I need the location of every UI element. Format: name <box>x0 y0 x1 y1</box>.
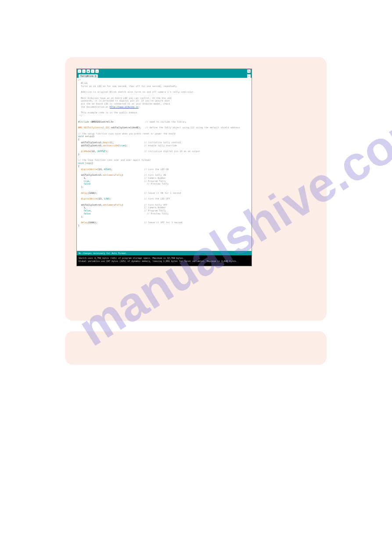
code-func: setup <box>84 135 92 138</box>
code-text: { <box>78 165 79 167</box>
code-text: (13, <box>90 150 97 152</box>
code-link[interactable]: http://www.arduino.cc <box>110 105 139 108</box>
code-comment: // initialize tally control <box>114 141 181 144</box>
code-editor[interactable]: /* Blink Turns on an LED on for one seco… <box>77 78 252 251</box>
code-bool: false <box>78 209 90 212</box>
new-button[interactable]: ▣ <box>86 69 90 73</box>
code-keyword: #include <box>78 120 89 123</box>
code-comment: // leave it ON for 1 second <box>97 192 181 194</box>
code-const: HIGH <box>104 168 110 170</box>
console-line: Global variables use 247 bytes (12%) of … <box>79 260 237 262</box>
code-text: (); <box>110 141 114 144</box>
code-method: begin <box>103 141 110 144</box>
code-comment: // Preview Tally <box>90 182 169 185</box>
arduino-ide-window: ✓ → ▣ ↑ ↓ 🔍 TallyBlink § ▾ /* Blink Turn… <box>76 69 252 266</box>
code-comment: // initialize digital pin 13 as an outpu… <box>108 150 200 152</box>
code-comment: // turn the LED ON <box>112 168 169 170</box>
code-comment: // Program Tally <box>92 209 166 212</box>
code-text: () <box>90 162 93 164</box>
ide-tab-bar: TallyBlink § ▾ <box>77 73 252 78</box>
code-line: Blink <box>78 82 88 84</box>
code-func: delay <box>78 221 88 224</box>
code-func: digitalWrite <box>78 168 97 170</box>
upload-button[interactable]: → <box>82 69 86 73</box>
code-bool: false <box>78 212 90 215</box>
code-comment: // turn tally ON <box>123 174 166 176</box>
code-text: { <box>78 138 79 141</box>
code-line: pin the on-board LED is connected to on … <box>78 102 170 105</box>
code-comment: // Camera Number <box>86 206 166 209</box>
code-comment: // need to include the library <box>114 120 187 123</box>
code-comment: // enable tally override <box>127 144 176 147</box>
code-text: <BMDSDIControl.h> <box>89 120 114 123</box>
code-comment: // the setup function runs once when you… <box>78 132 176 135</box>
code-func: loop <box>84 162 91 164</box>
code-text: sdiTallyControl. <box>78 203 103 206</box>
code-text: 1, <box>78 206 86 209</box>
code-type: BMD_SDITallyControl_I2C <box>78 126 110 129</box>
code-line: */ <box>78 114 82 117</box>
code-method: setOverride <box>103 144 118 147</box>
code-line: Addition to original Blink sketch also t… <box>78 91 194 93</box>
sketch-tab[interactable]: TallyBlink § <box>79 74 98 78</box>
code-comment: // turn tally OFF <box>123 203 167 206</box>
code-func: digitalWrite <box>78 197 97 200</box>
code-text: sdiTallyControl. <box>78 174 103 176</box>
code-line: Turns on an LED on for one second, then … <box>78 85 178 87</box>
open-button[interactable]: ↑ <box>91 69 94 73</box>
verify-button[interactable]: ✓ <box>78 69 81 73</box>
code-keyword: void <box>78 162 84 164</box>
code-comment: // turn the LED OFF <box>111 197 170 200</box>
content-card-2 <box>65 331 327 365</box>
code-bool: false <box>78 182 90 185</box>
code-comment: // define the Tally object using I2C usi… <box>141 126 240 129</box>
save-button[interactable]: ↓ <box>95 69 99 73</box>
code-text: (1000); <box>88 192 97 194</box>
code-keyword: void <box>78 135 84 138</box>
code-text: sdiTallyControl. <box>78 141 103 144</box>
code-text: (1000); <box>88 221 97 224</box>
ide-toolbar: ✓ → ▣ ↑ ↓ 🔍 <box>77 69 252 73</box>
code-bool: true <box>78 180 89 182</box>
code-line: /* <box>78 79 81 81</box>
code-text: ); <box>78 215 84 218</box>
code-line: Most Arduinos have an on-board LED you c… <box>78 97 171 99</box>
code-text: sdiTallyControl(0x6E); <box>110 126 141 129</box>
console-line: Sketch uses 4,766 bytes (14%) of program… <box>79 257 184 259</box>
ide-console: Sketch uses 4,766 bytes (14%) of program… <box>77 255 252 266</box>
code-method: setCameraTally <box>103 174 122 176</box>
code-func: delay <box>78 192 88 194</box>
code-text: (13, <box>97 197 104 200</box>
code-func: pinMode <box>78 150 90 152</box>
tab-dropdown-icon[interactable]: ▾ <box>247 74 251 78</box>
code-comment: // Program Tally <box>90 180 166 182</box>
code-text: 1, <box>78 177 86 179</box>
code-comment: // leave it OFF for 1 second <box>97 221 183 224</box>
code-comment: // Preview Tally <box>90 212 169 215</box>
code-line: This example code is in the public domai… <box>78 111 138 114</box>
code-text: () <box>92 135 94 138</box>
code-const: OUTPUT <box>97 150 106 152</box>
code-const: LOW <box>104 197 108 200</box>
code-comment: // Camera Number <box>86 177 166 179</box>
code-bool: true <box>119 144 125 147</box>
code-line: the documentation at <box>78 105 110 108</box>
code-text: ); <box>78 185 84 188</box>
ide-status-bar: No changes necessary for Auto Format. <box>77 251 252 255</box>
code-text: sdiTallyControl. <box>78 144 103 147</box>
serial-monitor-button[interactable]: 🔍 <box>247 69 251 73</box>
code-text: } <box>78 153 79 156</box>
code-text: } <box>78 224 79 227</box>
code-comment: // the loop function runs over and over … <box>78 159 151 161</box>
code-method: setCameraTally <box>103 203 122 206</box>
content-card-1: ✓ → ▣ ↑ ↓ 🔍 TallyBlink § ▾ /* Blink Turn… <box>65 57 327 321</box>
code-text: (13, <box>97 168 104 170</box>
code-line: Leonardo, it is attached to digital pin … <box>78 99 170 102</box>
